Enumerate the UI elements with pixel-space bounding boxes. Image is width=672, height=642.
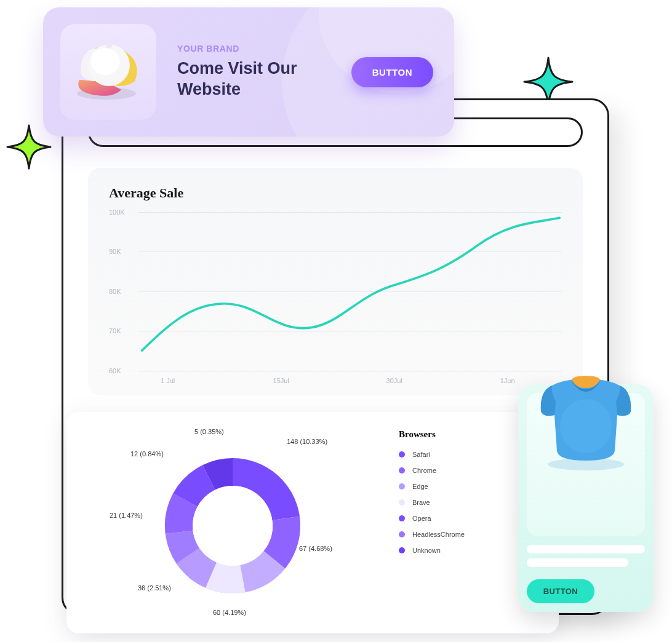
- slice-label: 60 (4.19%): [213, 609, 246, 616]
- legend-name: Opera: [412, 515, 524, 522]
- legend-dot-icon: [399, 451, 405, 458]
- line-chart-card: Average Sale 100K 90K 80K 70K 60K 1 Jul …: [88, 168, 583, 395]
- donut-chart-card: 148 (10.33%) 67 (4.68%) 60 (4.19%) 36 (2…: [66, 412, 559, 633]
- legend-name: Edge: [412, 483, 524, 490]
- product-cta-button[interactable]: BUTTON: [527, 579, 594, 603]
- legend-dot-icon: [399, 483, 405, 489]
- legend-name: HeadlessChrome: [412, 531, 528, 538]
- slice-label: 67 (4.68%): [299, 545, 332, 552]
- line-series: [138, 212, 562, 359]
- y-tick: 70K: [109, 327, 121, 335]
- legend-dot-icon: [399, 547, 405, 553]
- brand-card: YOUR BRAND Come Visit Our Website BUTTON: [43, 7, 454, 137]
- svg-point-5: [106, 42, 112, 49]
- cap-icon: [68, 32, 148, 112]
- slice-label: 21 (1.47%): [110, 512, 143, 519]
- legend-name: Brave: [412, 499, 528, 506]
- brand-cta-button[interactable]: BUTTON: [351, 57, 433, 87]
- brand-eyebrow: YOUR BRAND: [177, 44, 351, 54]
- slice-label: 12 (0.84%): [130, 450, 164, 458]
- y-tick: 90K: [109, 248, 121, 255]
- brand-heading: Come Visit Our Website: [177, 58, 351, 100]
- x-tick: 15Jul: [273, 377, 289, 384]
- chart-title: Average Sale: [109, 185, 562, 201]
- y-tick: 60K: [109, 367, 121, 374]
- y-tick: 100K: [109, 208, 125, 216]
- slice-label: 148 (10.33%): [287, 438, 327, 445]
- y-tick: 80K: [109, 288, 121, 295]
- x-tick: 1Jun: [500, 377, 515, 384]
- product-image: [527, 393, 645, 536]
- placeholder-lines: [527, 545, 645, 572]
- legend-dot-icon: [399, 531, 405, 537]
- svg-point-4: [90, 48, 120, 75]
- legend-name: Safari: [412, 451, 524, 458]
- x-tick: 30Jul: [386, 377, 402, 384]
- legend-name: Unknown: [412, 547, 524, 554]
- legend-name: Chrome: [412, 467, 528, 474]
- brand-image: [60, 24, 156, 120]
- slice-label: 5 (0.35%): [194, 428, 224, 435]
- tshirt-icon: [527, 359, 644, 475]
- line-chart: 100K 90K 80K 70K 60K 1 Jul 15Jul 30Jul 1…: [109, 212, 562, 384]
- legend-dot-icon: [399, 499, 405, 505]
- legend-dot-icon: [399, 467, 405, 474]
- legend-dot-icon: [399, 515, 405, 521]
- slice-label: 36 (2.51%): [138, 584, 171, 592]
- product-phone-card: BUTTON: [518, 384, 654, 612]
- svg-point-7: [560, 399, 612, 453]
- x-tick: 1 Jul: [161, 377, 175, 384]
- svg-point-1: [193, 486, 273, 566]
